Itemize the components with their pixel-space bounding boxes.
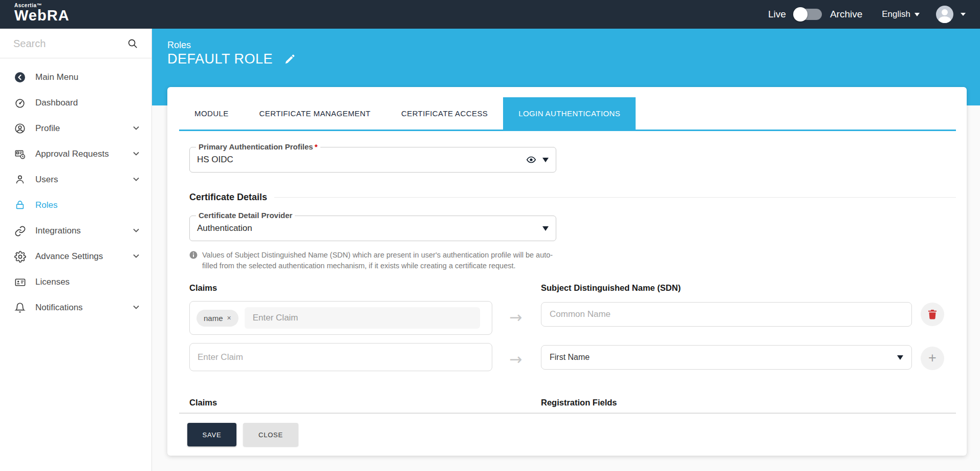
sidebar-item-integrations[interactable]: Integrations <box>0 218 151 244</box>
tab-login-authentications[interactable]: LOGIN AUTHENTICATIONS <box>503 97 636 130</box>
sdn-field-select-value: First Name <box>550 353 590 362</box>
language-selector[interactable]: English <box>882 9 920 19</box>
sdn-info-note: Values of Subject Distinguished Name (SD… <box>189 250 555 271</box>
sidebar-item-label: Licenses <box>35 277 70 287</box>
sidebar-item-users[interactable]: Users <box>0 167 151 192</box>
certificate-details-section: Certificate Details <box>189 192 956 203</box>
claims-header: Claims <box>189 283 217 293</box>
page-title-row: DEFAULT ROLE <box>167 51 295 67</box>
brand-label: WebRA <box>14 7 70 24</box>
primary-auth-profiles-value: HS OIDC <box>197 147 233 172</box>
profile-icon <box>14 122 26 135</box>
archive-label: Archive <box>830 9 862 20</box>
info-text: Values of Subject Distinguished Name (SD… <box>202 250 555 271</box>
sidebar: Main Menu Dashboard Profile Approval Req… <box>0 29 152 471</box>
sidebar-item-advance-settings[interactable]: Advance Settings <box>0 244 151 269</box>
info-icon <box>189 251 198 259</box>
arrow-right-icon: → <box>509 350 522 368</box>
gear-icon <box>14 250 26 263</box>
sidebar-item-approval-requests[interactable]: Approval Requests <box>0 141 151 167</box>
eye-icon[interactable] <box>526 155 536 165</box>
tab-bar: MODULE CERTIFICATE MANAGEMENT CERTIFICAT… <box>179 97 956 131</box>
search-input[interactable] <box>13 35 121 52</box>
breadcrumb: Roles <box>167 40 191 51</box>
app-logo: Ascertia™ WebRA <box>14 3 70 23</box>
chip-remove-icon[interactable]: × <box>227 314 231 322</box>
sidebar-item-label: Dashboard <box>35 98 78 108</box>
sidebar-item-main-menu[interactable]: Main Menu <box>0 65 151 90</box>
chevron-down-icon <box>133 152 139 156</box>
chevron-down-icon <box>133 305 139 309</box>
certificate-detail-provider-field[interactable]: Certificate Detail Provider Authenticati… <box>189 216 556 241</box>
claim-chip-label: name <box>204 314 223 323</box>
sidebar-nav: Main Menu Dashboard Profile Approval Req… <box>0 58 151 320</box>
close-button[interactable]: CLOSE <box>243 423 298 446</box>
sidebar-item-label: Users <box>35 175 58 185</box>
primary-auth-profiles-field[interactable]: Primary Authentication Profiles* HS OIDC <box>189 147 556 173</box>
save-button[interactable]: SAVE <box>187 423 236 446</box>
license-icon <box>14 276 26 288</box>
role-detail-card: MODULE CERTIFICATE MANAGEMENT CERTIFICAT… <box>167 87 967 456</box>
sidebar-item-label: Advance Settings <box>35 251 103 262</box>
required-asterisk: * <box>315 142 318 151</box>
certificate-detail-provider-value: Authentication <box>197 216 252 241</box>
claims-header-2: Claims <box>189 398 217 408</box>
delete-row-button[interactable] <box>921 303 944 326</box>
sidebar-item-label: Integrations <box>35 226 81 236</box>
plus-icon: + <box>928 351 937 365</box>
profile-menu-caret-icon[interactable] <box>961 13 966 16</box>
tab-certificate-management[interactable]: CERTIFICATE MANAGEMENT <box>244 97 386 130</box>
link-icon <box>14 225 26 237</box>
avatar-head <box>942 9 948 15</box>
tab-certificate-access[interactable]: CERTIFICATE ACCESS <box>386 97 503 130</box>
sidebar-item-label: Profile <box>35 123 60 134</box>
trash-icon <box>928 309 937 319</box>
users-icon <box>14 174 26 186</box>
add-row-button[interactable]: + <box>921 347 944 370</box>
edit-pencil-icon[interactable] <box>284 54 295 65</box>
chevron-down-icon <box>133 177 139 181</box>
arrow-right-icon: → <box>509 308 522 326</box>
sdn-field-select[interactable]: First Name <box>541 345 912 370</box>
dropdown-caret-icon[interactable] <box>542 226 549 231</box>
tab-module[interactable]: MODULE <box>179 97 244 130</box>
bell-icon <box>14 302 26 314</box>
section-title: Certificate Details <box>189 192 267 203</box>
sidebar-item-roles[interactable]: Roles <box>0 192 151 218</box>
claim-input-1[interactable] <box>245 307 480 329</box>
common-name-input[interactable] <box>541 303 911 326</box>
claim-row-2-box <box>189 343 492 371</box>
sidebar-item-notifications[interactable]: Notifications <box>0 295 151 320</box>
sidebar-item-profile[interactable]: Profile <box>0 116 151 141</box>
sidebar-item-licenses[interactable]: Licenses <box>0 269 151 295</box>
chevron-down-icon <box>133 254 139 258</box>
claim-row-1-box[interactable]: name × <box>189 301 492 335</box>
sidebar-item-dashboard[interactable]: Dashboard <box>0 90 151 116</box>
section-divider <box>274 197 956 198</box>
back-circle-icon <box>14 71 26 83</box>
topbar-controls: Live Archive English <box>768 0 966 29</box>
dashboard-icon <box>14 97 26 109</box>
search-icon[interactable] <box>127 38 138 49</box>
avatar[interactable] <box>936 6 953 23</box>
chevron-down-icon <box>914 13 920 16</box>
topbar: Ascertia™ WebRA Live Archive English <box>0 0 980 29</box>
sdn-input-1-box <box>541 302 912 327</box>
sidebar-item-label: Main Menu <box>35 72 78 82</box>
sidebar-item-label: Approval Requests <box>35 149 109 159</box>
dropdown-caret-icon <box>897 355 903 360</box>
live-label: Live <box>768 9 786 20</box>
live-archive-toggle[interactable] <box>794 9 822 20</box>
claim-input-2[interactable] <box>190 344 492 371</box>
chevron-down-icon <box>133 228 139 232</box>
toggle-knob[interactable] <box>793 7 808 22</box>
registration-fields-header: Registration Fields <box>541 398 617 408</box>
claim-chip[interactable]: name × <box>197 310 238 327</box>
sdn-header: Subject Distinguished Name (SDN) <box>541 283 681 293</box>
sidebar-item-label: Notifications <box>35 303 83 313</box>
approval-requests-icon <box>14 148 26 160</box>
dropdown-caret-icon[interactable] <box>542 158 549 162</box>
page-title: DEFAULT ROLE <box>167 51 273 67</box>
avatar-body <box>939 16 951 23</box>
sidebar-item-label: Roles <box>35 200 57 210</box>
